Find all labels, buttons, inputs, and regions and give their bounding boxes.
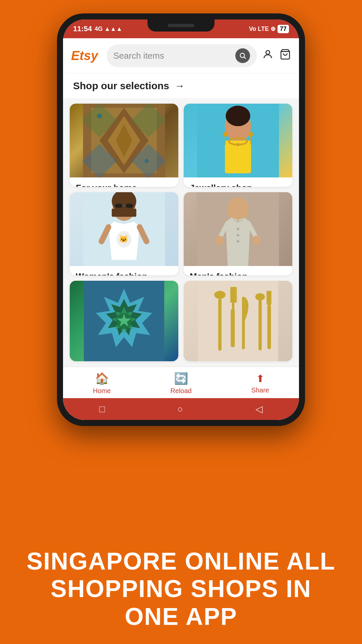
reload-nav-icon: 🔄 xyxy=(174,372,188,385)
battery-level: 77 xyxy=(278,25,289,33)
category-card-men[interactable]: Men's fashion xyxy=(184,192,292,275)
home-nav-icon: 🏠 xyxy=(95,372,109,385)
svg-rect-63 xyxy=(270,291,272,305)
svg-point-39 xyxy=(237,228,239,230)
svg-rect-64 xyxy=(267,305,271,349)
time: 11:54 xyxy=(73,24,92,33)
etsy-logo: Etsy xyxy=(71,49,101,63)
search-icon[interactable] xyxy=(235,48,250,63)
jewellery-image xyxy=(184,104,292,177)
svg-rect-52 xyxy=(218,299,222,351)
signal-icons: Vo LTE ⊕ xyxy=(249,25,276,33)
android-back[interactable]: ◁ xyxy=(255,404,263,415)
women-label: Women's fashion xyxy=(70,266,178,275)
svg-rect-29 xyxy=(115,204,122,208)
svg-rect-55 xyxy=(234,287,235,303)
svg-point-43 xyxy=(252,236,260,246)
bottom-text-area: SINGAPORE ONLINE ALL SHOPPING SHOPS IN O… xyxy=(0,547,362,631)
android-nav: □ ○ ◁ xyxy=(63,398,299,420)
app-header: Etsy Search items xyxy=(63,38,299,73)
men-image xyxy=(184,192,292,266)
search-placeholder: Search items xyxy=(113,51,231,61)
svg-point-13 xyxy=(97,113,102,118)
svg-line-1 xyxy=(244,57,246,59)
status-right: Vo LTE ⊕ 77 xyxy=(249,25,289,33)
nav-share[interactable]: ⬆ Share xyxy=(251,373,269,394)
svg-rect-28 xyxy=(112,209,136,217)
header-icons xyxy=(262,49,291,63)
svg-rect-58 xyxy=(242,297,245,349)
share-nav-icon: ⬆ xyxy=(256,373,264,384)
svg-point-42 xyxy=(216,236,224,246)
svg-point-22 xyxy=(248,132,253,137)
android-home[interactable]: ○ xyxy=(177,404,183,415)
phone-frame: 11:54 4G ▲▲▲ Vo LTE ⊕ 77 Etsy Search ite… xyxy=(57,13,305,426)
speaker xyxy=(168,24,194,27)
profile-icon[interactable] xyxy=(262,49,274,63)
home-image xyxy=(70,104,178,177)
svg-rect-30 xyxy=(126,204,133,208)
svg-rect-50 xyxy=(198,281,278,361)
svg-point-41 xyxy=(237,240,239,243)
section-title: Shop our selections → xyxy=(73,80,185,92)
section-header[interactable]: Shop our selections → xyxy=(63,73,299,98)
search-bar[interactable]: Search items xyxy=(107,44,257,67)
bottom-tagline: SINGAPORE ONLINE ALL SHOPPING SHOPS IN O… xyxy=(20,547,342,631)
svg-rect-54 xyxy=(230,287,232,303)
svg-rect-56 xyxy=(235,287,237,303)
status-left: 11:54 4G ▲▲▲ xyxy=(73,24,122,33)
svg-point-21 xyxy=(223,132,228,137)
svg-point-0 xyxy=(240,53,245,58)
home-label: For your home xyxy=(70,177,178,187)
svg-point-14 xyxy=(144,159,148,163)
svg-text:🐱: 🐱 xyxy=(119,234,128,244)
reload-nav-label: Reload xyxy=(170,387,191,395)
svg-point-59 xyxy=(255,293,265,301)
category-card-jewellery[interactable]: Jewellery shop xyxy=(184,104,292,187)
category-card-art[interactable] xyxy=(70,281,178,361)
app-content: Etsy Search items xyxy=(63,38,299,420)
cart-icon[interactable] xyxy=(280,49,291,63)
jewellery-label: Jewellery shop xyxy=(184,177,292,187)
category-card-cutlery[interactable] xyxy=(184,281,292,361)
svg-rect-62 xyxy=(266,291,268,305)
svg-rect-57 xyxy=(231,309,235,347)
cutlery-image xyxy=(184,281,292,361)
svg-point-17 xyxy=(226,106,250,126)
svg-point-2 xyxy=(266,51,269,54)
nav-reload[interactable]: 🔄 Reload xyxy=(170,372,191,395)
phone-screen: 11:54 4G ▲▲▲ Vo LTE ⊕ 77 Etsy Search ite… xyxy=(63,19,299,420)
men-label: Men's fashion xyxy=(184,266,292,275)
svg-rect-60 xyxy=(258,300,262,351)
svg-point-20 xyxy=(236,143,240,146)
category-grid: For your home xyxy=(63,98,299,367)
category-card-home[interactable]: For your home xyxy=(70,104,178,187)
network-icon: 4G ▲▲▲ xyxy=(95,25,122,33)
bottom-nav: 🏠 Home 🔄 Reload ⬆ Share xyxy=(63,367,299,398)
category-card-women[interactable]: 🐱 Women's fashion xyxy=(70,192,178,275)
nav-home[interactable]: 🏠 Home xyxy=(93,372,111,395)
share-nav-label: Share xyxy=(251,386,269,394)
women-image: 🐱 xyxy=(70,192,178,266)
art-image xyxy=(70,281,178,361)
home-nav-label: Home xyxy=(93,387,111,395)
android-recent[interactable]: □ xyxy=(99,404,105,415)
svg-point-40 xyxy=(237,234,239,236)
svg-point-51 xyxy=(214,291,226,299)
notch xyxy=(147,19,215,32)
svg-point-38 xyxy=(227,197,249,222)
